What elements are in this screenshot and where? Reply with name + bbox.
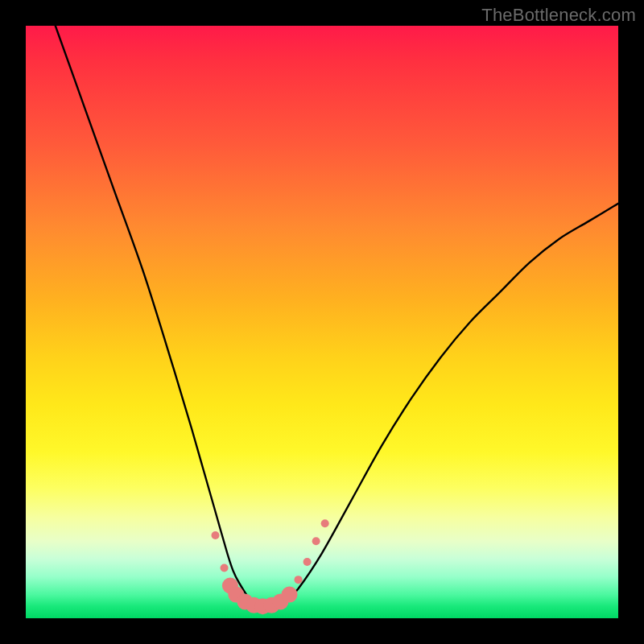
chart-svg	[26, 26, 618, 618]
marker-dot	[321, 519, 329, 527]
marker-dot	[312, 537, 320, 545]
marker-dot	[303, 558, 312, 566]
marker-dot	[212, 531, 220, 539]
marker-group	[212, 519, 329, 614]
plot-area	[26, 26, 618, 618]
chart-frame: TheBottleneck.com	[0, 0, 644, 644]
watermark-text: TheBottleneck.com	[481, 5, 636, 26]
marker-dot	[282, 587, 298, 603]
marker-dot	[221, 564, 229, 572]
bottleneck-curve	[56, 26, 618, 607]
marker-dot	[295, 576, 303, 584]
